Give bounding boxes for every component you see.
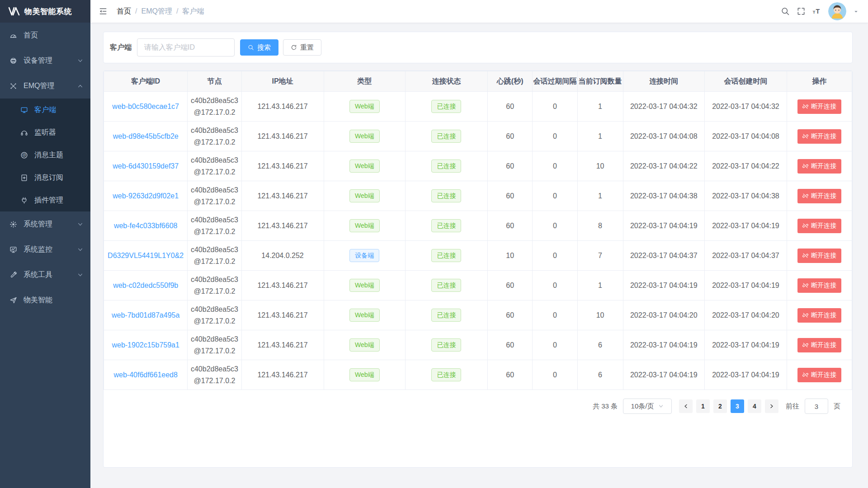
disconnect-button[interactable]: 断开连接 xyxy=(797,368,841,382)
cell-heartbeat: 60 xyxy=(488,151,533,181)
previous-page-button[interactable] xyxy=(679,399,693,413)
client-id-link[interactable]: web-c02dedc550f9b xyxy=(113,282,178,289)
sidebar-item-system-management[interactable]: 系统管理 xyxy=(0,211,90,237)
goto-page-input[interactable] xyxy=(805,399,828,414)
cell-heartbeat: 60 xyxy=(488,330,533,360)
sidebar-toggle-icon[interactable] xyxy=(99,7,108,16)
type-badge: 设备端 xyxy=(349,249,379,262)
avatar[interactable] xyxy=(828,2,846,20)
client-id-link[interactable]: web-fe4c033bf6608 xyxy=(114,222,178,230)
disconnect-button-label: 断开连接 xyxy=(811,311,836,319)
disconnect-button[interactable]: 断开连接 xyxy=(797,219,841,233)
dashboard-icon xyxy=(9,31,17,39)
sidebar-item-plugin-management[interactable]: 插件管理 xyxy=(0,189,90,211)
cell-session-time: 2022-03-17 04:04:19 xyxy=(704,211,787,241)
disconnect-button[interactable]: 断开连接 xyxy=(797,308,841,323)
cell-session-time: 2022-03-17 04:04:19 xyxy=(704,360,787,390)
tools-icon xyxy=(9,271,17,279)
column-header: 当前订阅数量 xyxy=(577,71,623,92)
disconnect-button[interactable]: 断开连接 xyxy=(797,159,841,174)
cell-action: 断开连接 xyxy=(787,241,852,271)
client-id-link[interactable]: web-40f6df661eed8 xyxy=(113,371,177,379)
reset-button[interactable]: 重置 xyxy=(283,39,321,56)
cell-client-id: web-6d430159def37 xyxy=(104,151,188,181)
node-name: c40b2d8ea5c3 xyxy=(190,333,238,345)
cell-client-id: web-9263d2d9f02e1 xyxy=(104,181,188,211)
status-badge: 已连接 xyxy=(431,338,461,352)
sidebar-item-message-subscriptions[interactable]: 消息订阅 xyxy=(0,166,90,189)
cell-session-time: 2022-03-17 04:04:20 xyxy=(704,300,787,330)
sidebar-item-clients[interactable]: 客户端 xyxy=(0,99,90,121)
cell-action: 断开连接 xyxy=(787,211,852,241)
cell-action: 断开连接 xyxy=(787,92,852,122)
column-header: 心跳(秒) xyxy=(488,71,533,92)
cell-type: Web端 xyxy=(324,122,405,151)
column-header: 会话创建时间 xyxy=(704,71,787,92)
sidebar-item-system-monitor[interactable]: 系统监控 xyxy=(0,237,90,262)
disconnect-button[interactable]: 断开连接 xyxy=(797,338,841,352)
disconnect-button[interactable]: 断开连接 xyxy=(797,278,841,293)
table-row: web-40f6df661eed8c40b2d8ea5c3@172.17.0.2… xyxy=(104,360,852,390)
cell-client-id: web-c02dedc550f9b xyxy=(104,271,188,300)
svg-text:@: @ xyxy=(22,153,26,157)
page-button[interactable]: 2 xyxy=(713,399,727,413)
type-badge: Web端 xyxy=(349,368,380,381)
goto-label: 前往 xyxy=(786,402,799,411)
search-button[interactable]: 搜索 xyxy=(240,39,278,56)
sidebar-item-listeners[interactable]: 监听器 xyxy=(0,121,90,144)
cell-status: 已连接 xyxy=(405,241,487,271)
fullscreen-icon[interactable] xyxy=(797,7,806,16)
sidebar-item-home[interactable]: 首页 xyxy=(0,23,90,48)
disconnect-button[interactable]: 断开连接 xyxy=(797,189,841,203)
client-id-link[interactable]: web-9263d2d9f02e1 xyxy=(113,192,179,200)
client-id-link[interactable]: web-6d430159def37 xyxy=(113,162,179,170)
client-id-link[interactable]: D6329VL54419L1Y0&2 xyxy=(108,252,184,259)
sidebar-item-message-topics[interactable]: @消息主题 xyxy=(0,144,90,166)
type-badge: Web端 xyxy=(349,338,380,352)
unlink-icon xyxy=(802,163,808,169)
page-button[interactable]: 1 xyxy=(696,399,710,413)
cell-session-time: 2022-03-17 04:04:38 xyxy=(704,181,787,211)
cell-client-id: web-1902c15b759a1 xyxy=(104,330,188,360)
disconnect-button[interactable]: 断开连接 xyxy=(797,99,841,114)
cell-ip: 121.43.146.217 xyxy=(241,360,324,390)
next-page-button[interactable] xyxy=(765,399,778,413)
breadcrumb-separator: / xyxy=(135,7,137,15)
sidebar-item-label: 物美智能 xyxy=(24,296,83,305)
logo[interactable]: 物美智能系统 xyxy=(0,0,90,23)
page-button[interactable]: 4 xyxy=(748,399,761,413)
cell-heartbeat: 10 xyxy=(488,241,533,271)
cell-action: 断开连接 xyxy=(787,122,852,151)
disconnect-button[interactable]: 断开连接 xyxy=(797,129,841,144)
client-id-input[interactable] xyxy=(137,38,235,56)
cell-client-id: web-40f6df661eed8 xyxy=(104,360,188,390)
cell-node: c40b2d8ea5c3@172.17.0.2 xyxy=(188,151,241,181)
cell-type: Web端 xyxy=(324,271,405,300)
chevron-down-icon xyxy=(77,58,83,64)
page-size-select[interactable]: 10条/页 xyxy=(623,399,672,414)
node-address: @172.17.0.2 xyxy=(190,226,238,238)
sidebar-menu: 首页设备管理EMQ管理客户端监听器@消息主题消息订阅插件管理系统管理系统监控系统… xyxy=(0,23,90,488)
cell-expiry: 0 xyxy=(533,360,577,390)
disconnect-button[interactable]: 断开连接 xyxy=(797,249,841,263)
search-icon[interactable] xyxy=(781,7,790,16)
client-id-link[interactable]: web-7bd01d87a495a xyxy=(112,311,179,319)
breadcrumb-item[interactable]: 首页 xyxy=(117,7,131,16)
page-button[interactable]: 3 xyxy=(731,399,744,413)
sidebar-item-system-tools[interactable]: 系统工具 xyxy=(0,262,90,287)
cell-status: 已连接 xyxy=(405,151,487,181)
column-header: 类型 xyxy=(324,71,405,92)
client-id-link[interactable]: web-d98e45b5cfb2e xyxy=(113,132,179,140)
sidebar-item-wumei-smart[interactable]: 物美智能 xyxy=(0,287,90,313)
table-row: web-9263d2d9f02e1c40b2d8ea5c3@172.17.0.2… xyxy=(104,181,852,211)
font-size-icon[interactable]: TT xyxy=(812,7,821,16)
client-id-link[interactable]: web-1902c15b759a1 xyxy=(112,341,179,349)
cell-heartbeat: 60 xyxy=(488,211,533,241)
gear-icon xyxy=(9,220,17,228)
caret-down-icon[interactable] xyxy=(853,9,859,14)
sidebar-item-device-management[interactable]: 设备管理 xyxy=(0,48,90,73)
client-icon xyxy=(20,106,28,114)
cell-expiry: 0 xyxy=(533,271,577,300)
sidebar-item-emq-management[interactable]: EMQ管理 xyxy=(0,73,90,99)
client-id-link[interactable]: web-b0c580ecae1c7 xyxy=(112,103,179,110)
